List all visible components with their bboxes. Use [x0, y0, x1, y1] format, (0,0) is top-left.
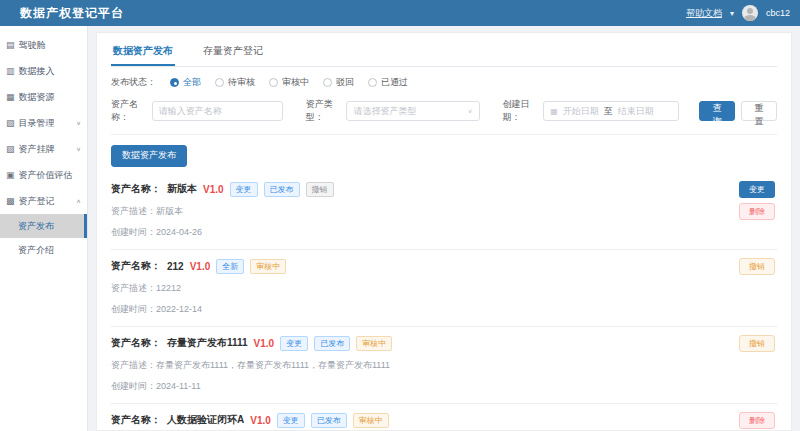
sidebar-item-asset-valuation[interactable]: ▣ 资产价值评估	[0, 162, 87, 188]
asset-listing-icon: ▨	[6, 144, 15, 154]
sidebar-item-label: 数据接入	[19, 65, 55, 78]
sidebar-item-label: 资产挂牌	[19, 143, 55, 156]
sidebar-item-label: 资产登记	[19, 195, 55, 208]
radio-icon	[170, 78, 179, 87]
sidebar-item-asset-register[interactable]: ▩ 资产登记 ∧	[0, 188, 87, 214]
date-start-placeholder: 开始日期	[563, 105, 599, 118]
sidebar-item-label: 驾驶舱	[19, 39, 46, 52]
username-label: cbc12	[766, 8, 790, 18]
asset-date: 2024-11-11	[156, 381, 201, 391]
radio-status-rejected[interactable]: 驳回	[323, 76, 354, 89]
revoke-button[interactable]: 撤销	[739, 258, 775, 275]
sidebar-item-data-resource[interactable]: ▦ 数据资源	[0, 84, 87, 110]
radio-label: 已通过	[381, 76, 408, 89]
radio-status-approved[interactable]: 已通过	[368, 76, 408, 89]
dashboard-icon: ▤	[6, 40, 15, 50]
radio-label: 驳回	[336, 76, 354, 89]
radio-label: 审核中	[282, 76, 309, 89]
asset-desc: 存量资产发布1111，存量资产发布1111，存量资产发布1111	[156, 360, 390, 370]
asset-desc-field-label: 资产描述：	[111, 206, 156, 216]
revoke-button[interactable]: 撤销	[739, 335, 775, 352]
asset-type-placeholder: 请选择资产类型	[353, 105, 416, 118]
date-end-placeholder: 结束日期	[618, 105, 654, 118]
asset-name-input[interactable]	[152, 101, 283, 121]
main-content: 数据资产发布 存量资产登记 发布状态： 全部 待审核 审核中 驳回	[88, 26, 800, 431]
asset-desc-field-label: 资产描述：	[111, 360, 156, 370]
asset-version: V1.0	[254, 338, 275, 349]
create-date-label: 创建日期：	[502, 98, 537, 124]
delete-button[interactable]: 删除	[739, 412, 775, 429]
search-filter-row: 资产名称： 资产类型： 请选择资产类型 ∨ 创建日期： ▦ 开始日期 至 结束日…	[111, 98, 777, 124]
asset-name-field-label: 资产名称：	[111, 182, 161, 196]
delete-button[interactable]: 删除	[739, 203, 775, 220]
radio-status-reviewing[interactable]: 审核中	[269, 76, 309, 89]
sidebar-item-label: 数据资源	[19, 91, 55, 104]
sidebar-item-data-access[interactable]: ▥ 数据接入	[0, 58, 87, 84]
sidebar-subitem-label: 资产发布	[18, 220, 54, 233]
user-avatar-icon[interactable]	[742, 5, 758, 21]
help-link[interactable]: 帮助文档	[686, 7, 722, 20]
asset-version: V1.0	[203, 184, 224, 195]
asset-list: 资产名称： 新版本 V1.0 变更 已发布 撤销 资产描述：新版本 创建时间：2…	[111, 173, 777, 431]
tag-published: 已发布	[314, 336, 350, 351]
catalog-icon: ▧	[6, 118, 15, 128]
asset-name-field-label: 资产名称：	[111, 259, 161, 273]
divider	[111, 134, 777, 135]
sidebar-subitem-label: 资产介绍	[18, 244, 54, 257]
tag-revoked: 撤销	[306, 182, 334, 197]
search-button[interactable]: 查询	[699, 101, 735, 121]
sidebar-item-asset-listing[interactable]: ▨ 资产挂牌 ∨	[0, 136, 87, 162]
sidebar-item-catalog[interactable]: ▧ 目录管理 ∨	[0, 110, 87, 136]
asset-name-label: 资产名称：	[111, 98, 146, 124]
asset-type-select[interactable]: 请选择资产类型 ∨	[346, 101, 479, 121]
chevron-up-icon: ∧	[76, 198, 81, 204]
calendar-icon: ▦	[550, 107, 558, 116]
asset-card: 资产名称： 存量资产发布1111 V1.0 变更 已发布 审核中 资产描述：存量…	[111, 327, 777, 404]
radio-status-all[interactable]: 全部	[170, 76, 201, 89]
top-header: 数据产权登记平台 帮助文档 ▾ cbc12	[0, 0, 800, 26]
asset-type-label: 资产类型：	[306, 98, 341, 124]
content-panel: 数据资产发布 存量资产登记 发布状态： 全部 待审核 审核中 驳回	[96, 32, 792, 431]
toolbar: 数据资产发布	[111, 144, 777, 167]
asset-name: 新版本	[167, 182, 197, 196]
asset-name: 212	[167, 261, 184, 272]
tag-published: 已发布	[311, 413, 347, 428]
tag-published: 已发布	[264, 182, 300, 197]
radio-icon	[269, 78, 278, 87]
radio-label: 待审核	[228, 76, 255, 89]
date-range-picker[interactable]: ▦ 开始日期 至 结束日期	[543, 101, 679, 121]
asset-desc: 新版本	[156, 206, 183, 216]
sidebar-nav: ▤ 驾驶舱 ▥ 数据接入 ▦ 数据资源 ▧ 目录管理 ∨ ▨ 资产挂牌 ∨ ▣ …	[0, 26, 88, 431]
asset-date-field-label: 创建时间：	[111, 227, 156, 237]
sidebar-subitem-asset-publish[interactable]: 资产发布	[0, 214, 87, 238]
asset-name-field-label: 资产名称：	[111, 336, 161, 350]
status-filter-row: 发布状态： 全部 待审核 审核中 驳回 已通过	[111, 76, 777, 89]
asset-card: 资产名称： 新版本 V1.0 变更 已发布 撤销 资产描述：新版本 创建时间：2…	[111, 173, 777, 250]
data-resource-icon: ▦	[6, 92, 15, 102]
radio-status-pending[interactable]: 待审核	[215, 76, 255, 89]
publish-asset-button[interactable]: 数据资产发布	[111, 145, 187, 167]
change-button[interactable]: 变更	[739, 181, 775, 198]
status-filter-label: 发布状态：	[111, 76, 156, 89]
tab-data-asset-publish[interactable]: 数据资产发布	[111, 39, 175, 66]
tag-new: 全新	[216, 259, 244, 274]
tag-change: 变更	[230, 182, 258, 197]
tag-reviewing: 审核中	[250, 259, 286, 274]
tab-bar: 数据资产发布 存量资产登记	[111, 39, 777, 67]
tag-change: 变更	[280, 336, 308, 351]
reset-button[interactable]: 重置	[741, 101, 777, 121]
radio-label: 全部	[183, 76, 201, 89]
tab-stock-asset-register[interactable]: 存量资产登记	[201, 39, 265, 66]
radio-icon	[215, 78, 224, 87]
sidebar-subitem-asset-intro[interactable]: 资产介绍	[0, 238, 87, 262]
asset-desc: 12212	[156, 283, 181, 293]
caret-down-icon: ▾	[730, 9, 734, 18]
asset-register-icon: ▩	[6, 196, 15, 206]
sidebar-item-dashboard[interactable]: ▤ 驾驶舱	[0, 32, 87, 58]
asset-date-field-label: 创建时间：	[111, 381, 156, 391]
asset-date: 2022-12-14	[156, 304, 202, 314]
asset-desc-field-label: 资产描述：	[111, 283, 156, 293]
asset-date-field-label: 创建时间：	[111, 304, 156, 314]
radio-icon	[323, 78, 332, 87]
asset-name: 人数据验证闭环A	[167, 413, 244, 427]
